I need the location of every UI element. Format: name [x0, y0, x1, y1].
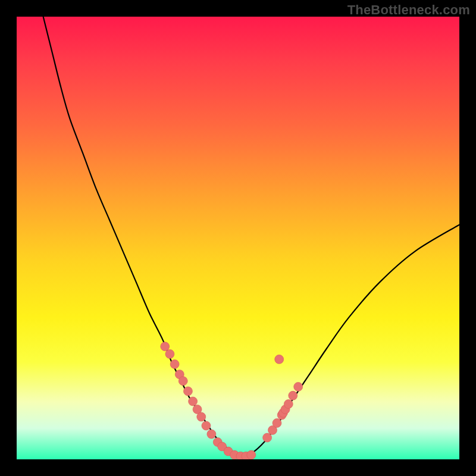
data-marker	[189, 397, 198, 406]
data-marker	[289, 391, 298, 400]
data-marker	[202, 421, 211, 430]
data-marker	[170, 360, 179, 369]
bottleneck-curve	[43, 17, 459, 457]
chart-svg	[17, 17, 459, 459]
data-marker	[263, 433, 272, 442]
data-marker	[178, 377, 187, 386]
data-marker	[284, 400, 293, 409]
data-marker	[275, 355, 284, 364]
data-marker	[294, 382, 303, 391]
data-marker	[273, 418, 281, 427]
outer-frame: TheBottleneck.com	[0, 0, 476, 476]
marker-layer	[161, 342, 303, 459]
plot-area	[17, 17, 459, 459]
data-marker	[183, 387, 192, 396]
data-marker	[197, 412, 206, 421]
data-marker	[165, 349, 174, 358]
watermark-text: TheBottleneck.com	[347, 2, 470, 18]
data-marker	[247, 450, 256, 459]
data-marker	[161, 342, 170, 351]
data-marker	[207, 430, 216, 439]
